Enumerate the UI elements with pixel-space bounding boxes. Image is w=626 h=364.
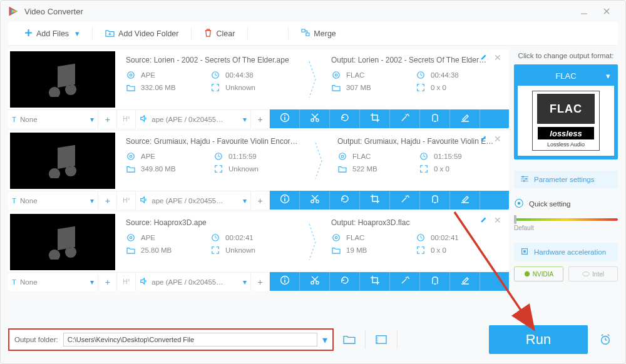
scheduler-button[interactable] — [593, 333, 618, 346]
output-title: Output: Hoaprox3D.flac — [331, 218, 500, 227]
codec-icon — [337, 152, 347, 161]
svg-point-28 — [130, 155, 132, 158]
add-subtitle-button[interactable]: + — [98, 110, 117, 128]
thumbnail[interactable] — [10, 133, 115, 189]
audio-track-select[interactable]: ape (APE / 0x20455… ▾ — [136, 273, 251, 291]
add-audio-button[interactable]: + — [251, 191, 270, 210]
svg-point-71 — [525, 271, 530, 276]
toolbar: Add Files ▾ Add Video Folder Clear Merge — [8, 22, 618, 46]
cut-button[interactable] — [300, 191, 330, 210]
chevron-down-icon[interactable]: ▾ — [322, 334, 327, 346]
watermark-icon — [430, 194, 440, 206]
add-video-folder-button[interactable]: Add Video Folder — [100, 26, 183, 41]
chevron-down-icon[interactable]: ▾ — [243, 196, 247, 205]
source-duration: 01:15:59 — [228, 153, 257, 160]
codec-icon — [331, 233, 341, 242]
merge-button[interactable]: Merge — [296, 26, 341, 41]
clear-button[interactable]: Clear — [199, 26, 240, 41]
info-button[interactable] — [270, 109, 300, 128]
crop-button[interactable] — [360, 272, 390, 291]
subtitle-select[interactable]: T None ▾ — [8, 110, 98, 128]
output-folder-input[interactable] — [63, 333, 317, 346]
hdr-icon: H° — [123, 116, 130, 123]
audio-track-select[interactable]: ape (APE / 0x20455… ▾ — [136, 191, 251, 210]
thumbnail[interactable] — [10, 214, 115, 270]
hdr-button[interactable]: H° — [117, 110, 136, 128]
rotate-icon — [340, 275, 350, 288]
subtitle-edit-button[interactable] — [450, 191, 480, 210]
svg-rect-70 — [523, 250, 526, 253]
hardware-accel-label: Hardware acceleration — [534, 248, 606, 256]
effects-button[interactable] — [390, 272, 420, 291]
parameter-settings-button[interactable]: Parameter settings — [514, 171, 618, 188]
watermark-button[interactable] — [420, 272, 450, 291]
folder-plus-icon — [105, 29, 115, 39]
edit-output-button[interactable] — [480, 216, 488, 225]
minimize-button[interactable] — [573, 1, 595, 22]
audio-track-select[interactable]: ape (APE / 0x20455… ▾ — [136, 110, 251, 128]
chevron-down-icon[interactable]: ▾ — [90, 196, 94, 205]
effects-button[interactable] — [390, 109, 420, 128]
chevron-down-icon[interactable]: ▾ — [606, 71, 610, 81]
trash-icon — [204, 28, 212, 39]
subtitle-edit-button[interactable] — [450, 109, 480, 128]
subtitle-select[interactable]: T None ▾ — [8, 273, 98, 291]
svg-rect-7 — [302, 29, 305, 32]
chevron-down-icon[interactable]: ▾ — [90, 115, 94, 124]
info-button[interactable] — [270, 191, 300, 210]
cut-button[interactable] — [300, 272, 330, 291]
watermark-button[interactable] — [420, 109, 450, 128]
svg-point-39 — [284, 196, 285, 198]
remove-item-button[interactable]: ✕ — [494, 216, 503, 225]
quick-setting-button[interactable]: ⦿ Quick setting — [514, 198, 618, 210]
source-size: 25.80 MB — [141, 246, 172, 254]
close-button[interactable] — [595, 1, 618, 22]
rotate-button[interactable] — [330, 109, 360, 128]
quality-slider[interactable] — [514, 218, 618, 221]
watermark-button[interactable] — [420, 191, 450, 210]
cut-button[interactable] — [300, 109, 330, 128]
crop-button[interactable] — [360, 191, 390, 210]
add-video-folder-label: Add Video Folder — [118, 29, 178, 38]
codec-icon — [126, 233, 136, 242]
chevron-down-icon[interactable]: ▾ — [90, 278, 94, 286]
chevron-down-icon[interactable]: ▾ — [243, 278, 247, 286]
subtitle-select[interactable]: T None ▾ — [8, 191, 98, 210]
remove-item-button[interactable]: ✕ — [494, 134, 503, 143]
output-format-card[interactable]: FLAC ▾ FLAC lossless Lossless Audio — [514, 64, 618, 159]
intel-label: Intel — [592, 271, 604, 278]
rotate-icon — [340, 113, 350, 125]
add-subtitle-button[interactable]: + — [98, 273, 117, 291]
output-duration: 00:02:41 — [431, 234, 459, 241]
add-audio-button[interactable]: + — [251, 273, 270, 291]
bottom-bar: Output folder: ▾ Run — [8, 325, 618, 355]
subtitle-edit-button[interactable] — [450, 272, 480, 291]
hdr-button[interactable]: H° — [117, 191, 136, 210]
hardware-acceleration-button[interactable]: Hardware acceleration — [514, 243, 618, 261]
open-folder-button[interactable] — [334, 328, 365, 351]
add-subtitle-button[interactable]: + — [98, 191, 117, 210]
edit-output-button[interactable] — [480, 53, 488, 63]
info-button[interactable] — [270, 272, 300, 291]
crop-button[interactable] — [360, 109, 390, 128]
info-icon — [280, 113, 290, 125]
nvidia-chip[interactable]: NVIDIA — [514, 266, 563, 281]
format-tile-sub: Lossless Audio — [547, 141, 585, 148]
chevron-down-icon[interactable]: ▾ — [75, 29, 80, 38]
add-audio-button[interactable]: + — [251, 110, 270, 128]
chevron-down-icon[interactable]: ▾ — [243, 115, 247, 124]
text-icon: T — [12, 278, 16, 286]
nvidia-icon — [524, 271, 530, 277]
rotate-button[interactable] — [330, 272, 360, 291]
svg-point-21 — [284, 115, 285, 116]
run-button[interactable]: Run — [489, 325, 588, 354]
hdr-button[interactable]: H° — [117, 273, 136, 291]
preview-button[interactable] — [366, 328, 397, 351]
rotate-button[interactable] — [330, 191, 360, 210]
intel-chip[interactable]: Intel — [568, 266, 618, 281]
thumbnail[interactable] — [10, 51, 115, 108]
add-files-button[interactable]: Add Files ▾ — [19, 26, 85, 41]
remove-item-button[interactable]: ✕ — [494, 53, 503, 62]
edit-output-button[interactable] — [480, 134, 488, 144]
effects-button[interactable] — [390, 191, 420, 210]
